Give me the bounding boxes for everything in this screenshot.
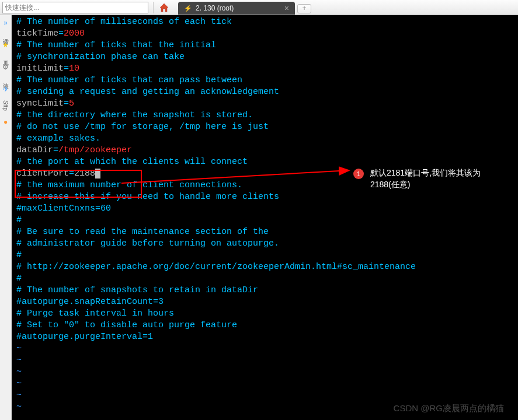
sidebar-item-install[interactable]: 装 — [2, 77, 10, 79]
terminal-line: #maxClientCnxns=60 — [16, 203, 514, 215]
close-icon[interactable]: × — [284, 4, 289, 12]
terminal-line: # sending a request and getting an ackno… — [16, 86, 514, 98]
terminal-line: ~ — [16, 378, 514, 390]
terminal-line: ~ — [16, 401, 514, 413]
terminal-line: dataDir=/tmp/zookeeper — [16, 145, 514, 156]
sidebar-item-sftp[interactable]: Sftp — [2, 99, 9, 112]
terminal-line: # administrator guide before turning on … — [16, 238, 514, 250]
home-icon[interactable] — [158, 2, 170, 13]
send-icon[interactable]: ✈ — [3, 85, 9, 93]
terminal-line: tickTime=2000 — [16, 28, 514, 40]
terminal-line: ~ — [16, 390, 514, 401]
tab-active[interactable]: ⚡ 2. 130 (root) × — [178, 2, 295, 15]
sidebar-item-tools[interactable]: 工具 — [2, 55, 10, 57]
terminal-line: # The number of ticks that can pass betw… — [16, 75, 514, 86]
sidebar-item-session[interactable]: 会话 — [2, 33, 10, 35]
terminal-line: # — [16, 215, 514, 226]
terminal-line: #autopurge.purgeInterval=1 — [16, 331, 514, 343]
terminal-line: # Be sure to read the maintenance sectio… — [16, 226, 514, 238]
terminal-line: # the port at which the clients will con… — [16, 156, 514, 168]
toolbar: ⚡ 2. 130 (root) × + — [0, 0, 518, 15]
tab-label: 2. 130 (root) — [196, 4, 234, 12]
toolbar-separator — [153, 2, 154, 13]
terminal-line: # Purge task interval in hours — [16, 308, 514, 320]
lightning-icon: ⚡ — [184, 5, 192, 12]
gear-icon[interactable]: ⚙ — [2, 63, 9, 71]
terminal-line: # Set to "0" to disable auto purge featu… — [16, 320, 514, 331]
cursor — [95, 169, 100, 178]
tab-add-button[interactable]: + — [297, 4, 311, 13]
terminal-line: # increase this if you need to handle mo… — [16, 191, 514, 203]
terminal-line: clientPort=2188 — [16, 168, 514, 180]
terminal-line: # the directory where the snapshot is st… — [16, 110, 514, 121]
chevron-right-icon[interactable]: » — [4, 19, 8, 27]
workspace: » 会话 ★ 工具 ⚙ 装 ✈ Sftp ● # The number of m… — [0, 15, 518, 420]
sidebar: » 会话 ★ 工具 ⚙ 装 ✈ Sftp ● — [0, 15, 12, 420]
dot-icon[interactable]: ● — [4, 118, 8, 126]
terminal-line: ~ — [16, 343, 514, 355]
terminal-line: initLimit=10 — [16, 63, 514, 75]
tab-strip: ⚡ 2. 130 (root) × + — [178, 0, 311, 15]
terminal-line: # the maximum number of client connectio… — [16, 180, 514, 191]
quick-connect-input[interactable] — [2, 2, 148, 13]
terminal-line: # The number of ticks that the initial — [16, 40, 514, 51]
terminal[interactable]: # The number of milliseconds of each tic… — [12, 15, 518, 420]
terminal-line: # — [16, 250, 514, 261]
terminal-line: # http://zookeeper.apache.org/doc/curren… — [16, 261, 514, 273]
terminal-line: #autopurge.snapRetainCount=3 — [16, 296, 514, 308]
terminal-line: # example sakes. — [16, 133, 514, 145]
terminal-line: ~ — [16, 355, 514, 366]
terminal-line: ~ — [16, 366, 514, 378]
terminal-line: # do not use /tmp for storage, /tmp here… — [16, 121, 514, 133]
star-icon[interactable]: ★ — [2, 41, 9, 49]
terminal-line: # The number of snapshots to retain in d… — [16, 285, 514, 296]
terminal-line: syncLimit=5 — [16, 98, 514, 110]
terminal-line: # synchronization phase can take — [16, 51, 514, 63]
terminal-line: # — [16, 273, 514, 285]
terminal-line: # The number of milliseconds of each tic… — [16, 16, 514, 28]
